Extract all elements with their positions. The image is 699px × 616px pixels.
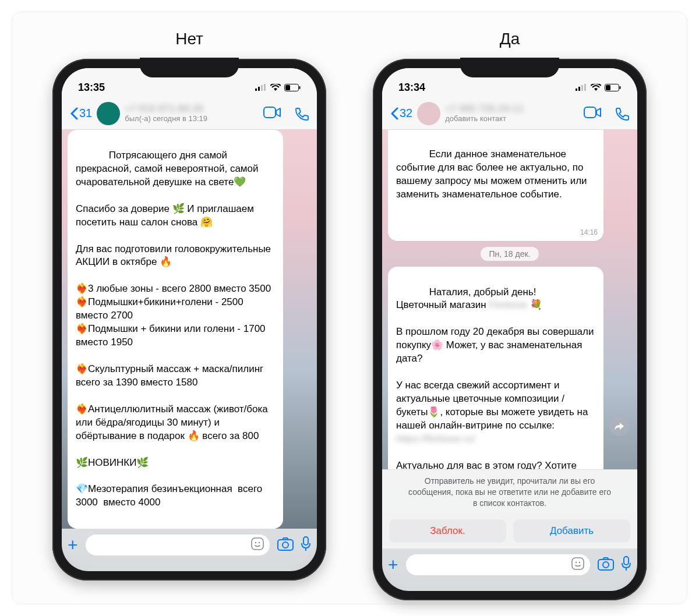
sticker-icon[interactable] bbox=[251, 537, 264, 553]
battery-icon bbox=[605, 84, 621, 91]
phone-mockup-left: 13:35 31 +7 919 871-88-29 бы bbox=[52, 59, 326, 580]
chevron-left-icon bbox=[390, 107, 398, 120]
svg-rect-11 bbox=[278, 540, 293, 550]
chat-subtitle: был(-а) сегодня в 13:19 bbox=[125, 115, 259, 123]
phone-call-icon[interactable] bbox=[615, 107, 629, 121]
chat-title-block[interactable]: +7 919 871-88-29 был(-а) сегодня в 13:19 bbox=[125, 104, 259, 123]
message-timestamp: 14:16 bbox=[580, 228, 598, 237]
svg-point-10 bbox=[259, 542, 260, 543]
svg-point-9 bbox=[255, 542, 256, 543]
back-button[interactable]: 31 bbox=[70, 107, 92, 120]
svg-rect-17 bbox=[581, 85, 583, 91]
svg-rect-0 bbox=[255, 88, 257, 91]
header-actions bbox=[584, 107, 629, 121]
status-icons bbox=[576, 84, 621, 91]
messages-area[interactable]: Если данное знаменательное событие для в… bbox=[382, 130, 637, 469]
phone-screen-right: 13:34 32 +7 985 726-24-11 до bbox=[382, 68, 637, 591]
message-bubble[interactable]: Если данное знаменательное событие для в… bbox=[388, 130, 603, 241]
svg-point-12 bbox=[283, 542, 288, 548]
block-button[interactable]: Заблок. bbox=[389, 519, 506, 543]
svg-rect-18 bbox=[584, 84, 586, 91]
input-bar: + bbox=[382, 548, 637, 591]
svg-rect-13 bbox=[303, 537, 308, 545]
svg-rect-28 bbox=[624, 557, 629, 565]
avatar[interactable] bbox=[417, 102, 440, 125]
phone-mockup-right: 13:34 32 +7 985 726-24-11 до bbox=[373, 59, 647, 600]
comparison-container: Нет 13:35 31 bbox=[12, 12, 687, 604]
status-icons bbox=[255, 84, 301, 91]
message-text: Потрясающего дня самой прекрасной, самой… bbox=[76, 150, 274, 508]
privacy-banner: Отправитель не увидит, прочитали ли вы е… bbox=[382, 469, 637, 515]
mic-icon[interactable] bbox=[621, 556, 631, 573]
wifi-icon bbox=[270, 84, 281, 91]
action-row: Заблок. Добавить bbox=[382, 515, 637, 548]
svg-rect-23 bbox=[572, 558, 584, 569]
back-button[interactable]: 32 bbox=[390, 107, 412, 120]
chat-subtitle: добавить контакт bbox=[445, 115, 579, 123]
column-yes: Да 13:34 32 bbox=[373, 30, 647, 580]
status-time: 13:35 bbox=[78, 82, 105, 94]
wifi-icon bbox=[591, 84, 601, 91]
message-text-part: 💐 В прошлом году 20 декабря вы совершали… bbox=[396, 299, 596, 430]
messages-area[interactable]: Потрясающего дня самой прекрасной, самой… bbox=[62, 125, 317, 529]
date-pill: Пн, 18 дек. bbox=[481, 247, 538, 261]
chat-title-masked: +7 985 726-24-11 bbox=[445, 104, 579, 115]
signal-icon bbox=[576, 84, 587, 91]
column-no: Нет 13:35 31 bbox=[52, 30, 326, 580]
back-count: 32 bbox=[400, 107, 412, 120]
forward-button[interactable] bbox=[609, 416, 629, 436]
svg-rect-8 bbox=[252, 538, 263, 550]
message-bubble[interactable]: Наталия, добрый день! Цветочный магазин … bbox=[388, 267, 603, 470]
svg-rect-22 bbox=[584, 107, 596, 118]
svg-point-25 bbox=[579, 562, 580, 563]
message-input[interactable] bbox=[85, 534, 270, 556]
svg-rect-16 bbox=[578, 87, 580, 91]
forward-icon bbox=[614, 422, 624, 431]
back-count: 31 bbox=[79, 107, 92, 120]
message-text: Если данное знаменательное событие для в… bbox=[396, 148, 589, 200]
chevron-left-icon bbox=[70, 107, 78, 120]
status-time: 13:34 bbox=[398, 82, 425, 94]
svg-rect-1 bbox=[258, 87, 260, 91]
chat-title-block[interactable]: +7 985 726-24-11 добавить контакт bbox=[445, 104, 579, 123]
label-yes: Да bbox=[500, 30, 520, 48]
sticker-icon[interactable] bbox=[571, 557, 584, 572]
attach-button[interactable]: + bbox=[68, 536, 78, 554]
phone-screen-left: 13:35 31 +7 919 871-88-29 бы bbox=[62, 68, 317, 571]
phone-call-icon[interactable] bbox=[295, 107, 309, 121]
header-actions bbox=[263, 107, 309, 121]
phone-notch bbox=[460, 58, 559, 77]
attach-button[interactable]: + bbox=[388, 556, 398, 573]
svg-rect-26 bbox=[598, 560, 613, 570]
svg-rect-21 bbox=[620, 86, 621, 89]
signal-icon bbox=[255, 84, 267, 91]
avatar[interactable] bbox=[97, 102, 120, 125]
message-bubble[interactable]: Потрясающего дня самой прекрасной, самой… bbox=[68, 130, 283, 529]
message-text-blurred: Florboxe bbox=[489, 299, 527, 310]
svg-rect-20 bbox=[606, 85, 610, 90]
phone-notch bbox=[140, 58, 239, 77]
camera-icon[interactable] bbox=[598, 557, 614, 573]
label-no: Нет bbox=[175, 30, 203, 48]
svg-rect-3 bbox=[264, 84, 266, 91]
mic-icon[interactable] bbox=[301, 536, 311, 554]
svg-rect-5 bbox=[285, 85, 290, 90]
input-bar: + bbox=[62, 529, 317, 571]
message-input[interactable] bbox=[405, 554, 591, 576]
svg-rect-2 bbox=[261, 85, 263, 91]
message-text-part: Актуально для вас в этом году? Хотите оф… bbox=[396, 460, 585, 470]
chat-header: 32 +7 985 726-24-11 добавить контакт bbox=[382, 97, 637, 130]
add-contact-button[interactable]: Добавить bbox=[513, 519, 630, 543]
svg-point-27 bbox=[603, 562, 609, 568]
svg-rect-6 bbox=[299, 86, 301, 89]
camera-icon[interactable] bbox=[277, 537, 294, 553]
svg-rect-15 bbox=[576, 88, 577, 91]
battery-icon bbox=[284, 84, 301, 91]
chat-title-masked: +7 919 871-88-29 bbox=[125, 104, 259, 115]
svg-point-24 bbox=[576, 562, 577, 563]
svg-rect-7 bbox=[264, 107, 276, 118]
video-call-icon[interactable] bbox=[584, 107, 601, 118]
message-link-blurred: https://florboxe.ru/ bbox=[396, 433, 475, 444]
video-call-icon[interactable] bbox=[263, 107, 281, 118]
